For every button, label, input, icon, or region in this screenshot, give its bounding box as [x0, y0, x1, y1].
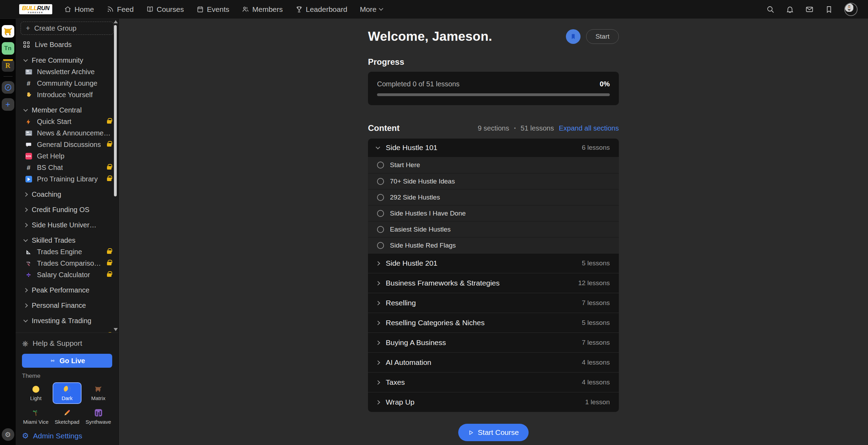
- section-reselling-categories[interactable]: Reselling Categories & Niches 5 lessons: [368, 313, 619, 333]
- theme-dark[interactable]: Dark: [53, 382, 82, 404]
- sidebar-group-coaching[interactable]: Coaching: [20, 188, 115, 200]
- section-buying-a-business[interactable]: Buying A Business 7 lessons: [368, 333, 619, 352]
- workspace-r-button[interactable]: R: [2, 59, 14, 72]
- section-wrap-up[interactable]: Wrap Up 1 lesson: [368, 392, 619, 412]
- sidebar-item-bs-chat[interactable]: # BS Chat: [20, 162, 115, 173]
- theme-label: Sketchpad: [55, 419, 79, 425]
- sidebar-item-label: Trades Engine: [37, 248, 82, 256]
- nav-label: Leaderboard: [306, 5, 347, 14]
- theme-grid: Light Dark Matrix: [21, 382, 113, 428]
- add-workspace-button[interactable]: +: [2, 98, 14, 111]
- sidebar-group-credit-funding-os[interactable]: Credit Funding OS: [20, 204, 115, 216]
- rail-settings-button[interactable]: ⚙: [2, 428, 14, 441]
- lock-icon: [107, 273, 112, 277]
- bookmark-icon[interactable]: [825, 5, 833, 14]
- lesson-title: Start Here: [390, 161, 420, 169]
- mail-icon[interactable]: [805, 5, 814, 14]
- nav-events[interactable]: Events: [197, 5, 229, 14]
- sidebar-item-community-lounge[interactable]: # Community Lounge: [20, 78, 115, 89]
- scroll-up-arrow[interactable]: [114, 20, 118, 23]
- lesson-start-here[interactable]: Start Here: [368, 157, 619, 173]
- sidebar-item-live-boards[interactable]: Live Boards: [20, 38, 115, 51]
- scroll-down-arrow[interactable]: [114, 328, 118, 331]
- plus-icon: +: [5, 100, 10, 109]
- sidebar-item-trades-engine[interactable]: Trades Engine: [20, 246, 115, 258]
- lesson-side-hustle-red-flags[interactable]: Side Hustle Red Flags: [368, 237, 619, 253]
- lesson-list: Start Here 70+ Side Hustle Ideas 292 Sid…: [368, 157, 619, 253]
- sidebar-item-newsletter-archive[interactable]: Newsletter Archive: [20, 66, 115, 78]
- go-live-button[interactable]: Go Live: [22, 354, 112, 368]
- expand-all-sections-link[interactable]: Expand all sections: [559, 124, 619, 132]
- start-button[interactable]: Start: [586, 29, 619, 44]
- help-support-label: Help & Support: [32, 339, 82, 348]
- nav-label: Feed: [117, 5, 134, 14]
- sidebar-group-investing-trading[interactable]: Investing & Trading: [20, 315, 115, 327]
- sidebar-item-general-discussions[interactable]: General Discussions: [20, 139, 115, 150]
- theme-label: Light: [30, 395, 42, 401]
- nav-more[interactable]: More: [360, 5, 383, 14]
- sidebar-item-quick-start[interactable]: Quick Start: [20, 116, 115, 127]
- theme-sketchpad[interactable]: Sketchpad: [53, 406, 82, 428]
- pencil-icon: [63, 409, 71, 417]
- chevron-right-icon: [376, 341, 380, 345]
- compass-icon: [4, 84, 12, 91]
- bell-icon[interactable]: [786, 5, 794, 14]
- sidebar-item-pro-training-library[interactable]: Pro Training Library: [20, 173, 115, 185]
- sidebar-group-skilled-trades[interactable]: Skilled Trades: [20, 234, 115, 246]
- workspace-bullrun-button[interactable]: [2, 25, 14, 38]
- section-side-hustle-101[interactable]: Side Hustle 101 6 lessons: [368, 139, 619, 157]
- section-side-hustle-201[interactable]: Side Hustle 201 5 lessons: [368, 253, 619, 273]
- section-taxes[interactable]: Taxes 4 lessons: [368, 372, 619, 392]
- help-support-button[interactable]: ⎈ Help & Support: [21, 336, 113, 351]
- page-title: Welcome, Jameson.: [368, 29, 492, 44]
- theme-miami-vice[interactable]: Miami Vice: [21, 406, 51, 428]
- lightning-icon: [25, 119, 32, 125]
- create-group-button[interactable]: + Create Group: [21, 22, 114, 35]
- workspace-tn-button[interactable]: Tn: [2, 42, 14, 55]
- bullrun-logo[interactable]: BULLRUN FOREVER: [19, 4, 52, 15]
- nav-leaderboard[interactable]: Leaderboard: [295, 5, 347, 14]
- sidebar-group-side-hustle-university[interactable]: Side Hustle Univer…: [20, 219, 115, 231]
- chevron-right-icon: [376, 360, 380, 365]
- lock-icon: [107, 178, 112, 181]
- admin-settings-button[interactable]: ⚙ Admin Settings: [21, 428, 113, 442]
- sidebar-group-personal-finance[interactable]: Personal Finance: [20, 299, 115, 311]
- scrollbar-thumb[interactable]: [114, 25, 117, 196]
- section-reselling[interactable]: Reselling 7 lessons: [368, 293, 619, 313]
- nav-courses[interactable]: Courses: [146, 5, 184, 14]
- search-icon[interactable]: [766, 5, 775, 14]
- section-business-frameworks[interactable]: Business Frameworks & Strategies 12 less…: [368, 273, 619, 293]
- section-lesson-count: 4 lessons: [582, 359, 610, 366]
- newspaper-icon: [25, 69, 32, 75]
- lesson-easiest-side-hustles[interactable]: Easiest Side Hustles: [368, 221, 619, 237]
- sidebar-group-free-community[interactable]: Free Community: [20, 54, 115, 66]
- lesson-side-hustles-i-have-done[interactable]: Side Hustles I Have Done: [368, 205, 619, 221]
- progress-heading: Progress: [368, 57, 619, 67]
- sidebar-group-peak-performance[interactable]: Peak Performance: [20, 284, 115, 296]
- chevron-down-icon: [23, 107, 28, 112]
- lesson-70-side-hustle-ideas[interactable]: 70+ Side Hustle Ideas: [368, 173, 619, 189]
- start-course-button[interactable]: Start Course: [458, 424, 529, 441]
- theme-section-label: Theme: [22, 373, 113, 380]
- nav-feed[interactable]: Feed: [107, 5, 134, 14]
- sidebar-item-salary-calculator[interactable]: ÷ Salary Calculator: [20, 269, 115, 281]
- sidebar-item-introduce-yourself[interactable]: Introduce Yourself: [20, 89, 115, 101]
- avatar[interactable]: [844, 3, 858, 16]
- sidebar-item-get-help[interactable]: SOS Get Help: [20, 150, 115, 162]
- sidebar-group-the-war-room[interactable]: The War Room: [20, 330, 115, 333]
- app: BULLRUN FOREVER Home Feed Courses Events: [0, 0, 868, 445]
- theme-matrix[interactable]: Matrix: [84, 382, 113, 404]
- theme-synthwave[interactable]: Synthwave: [84, 406, 113, 428]
- section-ai-automation[interactable]: AI Automation 4 lessons: [368, 352, 619, 372]
- theme-light[interactable]: Light: [21, 382, 51, 404]
- nav-home[interactable]: Home: [64, 5, 94, 14]
- course-bookmark-button[interactable]: [566, 29, 581, 44]
- discover-button[interactable]: [2, 81, 14, 94]
- sidebar-group-member-central[interactable]: Member Central: [20, 104, 115, 116]
- nav-members[interactable]: Members: [242, 5, 283, 14]
- lesson-292-side-hustles[interactable]: 292 Side Hustles: [368, 189, 619, 205]
- sidebar-group-label: Skilled Trades: [32, 236, 76, 244]
- sidebar-item-news-announcements[interactable]: News & Announcements: [20, 127, 115, 139]
- lock-icon: [107, 262, 112, 265]
- sidebar-item-trades-comparison-tool[interactable]: Trades Comparison Tool: [20, 258, 115, 269]
